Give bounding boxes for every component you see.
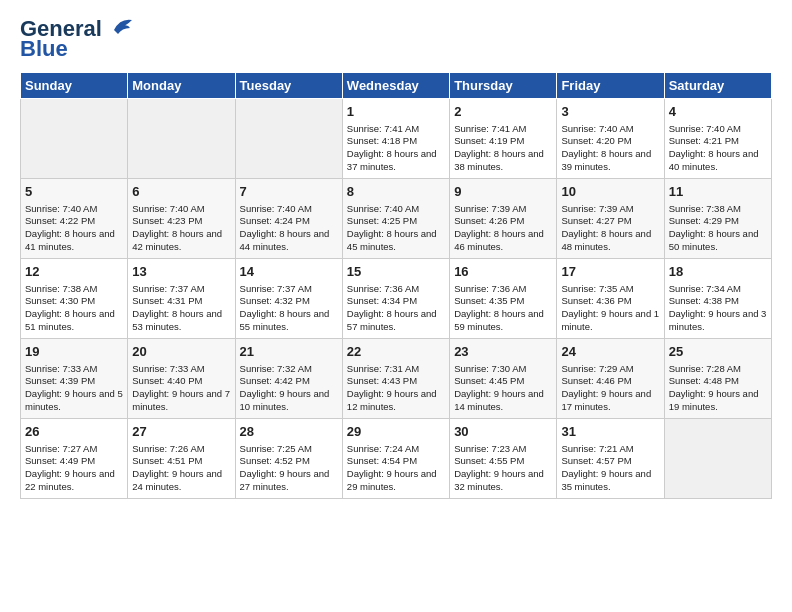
- calendar-cell: 9Sunrise: 7:39 AMSunset: 4:26 PMDaylight…: [450, 179, 557, 259]
- calendar-table: SundayMondayTuesdayWednesdayThursdayFrid…: [20, 72, 772, 499]
- calendar-cell: 23Sunrise: 7:30 AMSunset: 4:45 PMDayligh…: [450, 339, 557, 419]
- page: General Blue SundayMondayTuesdayWednesda…: [0, 0, 792, 612]
- week-row-2: 5Sunrise: 7:40 AMSunset: 4:22 PMDaylight…: [21, 179, 772, 259]
- calendar-cell: 13Sunrise: 7:37 AMSunset: 4:31 PMDayligh…: [128, 259, 235, 339]
- day-number: 13: [132, 263, 230, 281]
- calendar-cell: 31Sunrise: 7:21 AMSunset: 4:57 PMDayligh…: [557, 419, 664, 499]
- logo-blue: Blue: [20, 36, 68, 62]
- logo-bird-icon: [104, 16, 136, 38]
- calendar-cell: 16Sunrise: 7:36 AMSunset: 4:35 PMDayligh…: [450, 259, 557, 339]
- day-number: 15: [347, 263, 445, 281]
- calendar-cell: 28Sunrise: 7:25 AMSunset: 4:52 PMDayligh…: [235, 419, 342, 499]
- header: General Blue: [20, 16, 772, 62]
- day-info: Sunrise: 7:41 AMSunset: 4:19 PMDaylight:…: [454, 123, 544, 172]
- day-number: 26: [25, 423, 123, 441]
- day-info: Sunrise: 7:33 AMSunset: 4:40 PMDaylight:…: [132, 363, 230, 412]
- day-number: 21: [240, 343, 338, 361]
- day-number: 18: [669, 263, 767, 281]
- day-number: 19: [25, 343, 123, 361]
- day-number: 31: [561, 423, 659, 441]
- calendar-cell: 8Sunrise: 7:40 AMSunset: 4:25 PMDaylight…: [342, 179, 449, 259]
- day-number: 11: [669, 183, 767, 201]
- day-number: 25: [669, 343, 767, 361]
- weekday-header-sunday: Sunday: [21, 73, 128, 99]
- day-number: 5: [25, 183, 123, 201]
- day-info: Sunrise: 7:21 AMSunset: 4:57 PMDaylight:…: [561, 443, 651, 492]
- day-info: Sunrise: 7:40 AMSunset: 4:25 PMDaylight:…: [347, 203, 437, 252]
- day-info: Sunrise: 7:23 AMSunset: 4:55 PMDaylight:…: [454, 443, 544, 492]
- calendar-cell: 4Sunrise: 7:40 AMSunset: 4:21 PMDaylight…: [664, 99, 771, 179]
- day-info: Sunrise: 7:38 AMSunset: 4:29 PMDaylight:…: [669, 203, 759, 252]
- calendar-cell: 29Sunrise: 7:24 AMSunset: 4:54 PMDayligh…: [342, 419, 449, 499]
- day-info: Sunrise: 7:26 AMSunset: 4:51 PMDaylight:…: [132, 443, 222, 492]
- calendar-cell: 5Sunrise: 7:40 AMSunset: 4:22 PMDaylight…: [21, 179, 128, 259]
- day-info: Sunrise: 7:31 AMSunset: 4:43 PMDaylight:…: [347, 363, 437, 412]
- day-info: Sunrise: 7:37 AMSunset: 4:31 PMDaylight:…: [132, 283, 222, 332]
- day-info: Sunrise: 7:30 AMSunset: 4:45 PMDaylight:…: [454, 363, 544, 412]
- calendar-cell: 19Sunrise: 7:33 AMSunset: 4:39 PMDayligh…: [21, 339, 128, 419]
- weekday-header-friday: Friday: [557, 73, 664, 99]
- day-info: Sunrise: 7:39 AMSunset: 4:26 PMDaylight:…: [454, 203, 544, 252]
- day-info: Sunrise: 7:40 AMSunset: 4:21 PMDaylight:…: [669, 123, 759, 172]
- week-row-1: 1Sunrise: 7:41 AMSunset: 4:18 PMDaylight…: [21, 99, 772, 179]
- day-info: Sunrise: 7:38 AMSunset: 4:30 PMDaylight:…: [25, 283, 115, 332]
- day-number: 16: [454, 263, 552, 281]
- day-info: Sunrise: 7:25 AMSunset: 4:52 PMDaylight:…: [240, 443, 330, 492]
- day-number: 10: [561, 183, 659, 201]
- calendar-cell: 18Sunrise: 7:34 AMSunset: 4:38 PMDayligh…: [664, 259, 771, 339]
- day-number: 29: [347, 423, 445, 441]
- day-number: 1: [347, 103, 445, 121]
- calendar-cell: [235, 99, 342, 179]
- day-info: Sunrise: 7:39 AMSunset: 4:27 PMDaylight:…: [561, 203, 651, 252]
- day-info: Sunrise: 7:29 AMSunset: 4:46 PMDaylight:…: [561, 363, 651, 412]
- calendar-cell: 1Sunrise: 7:41 AMSunset: 4:18 PMDaylight…: [342, 99, 449, 179]
- calendar-cell: 14Sunrise: 7:37 AMSunset: 4:32 PMDayligh…: [235, 259, 342, 339]
- day-info: Sunrise: 7:40 AMSunset: 4:22 PMDaylight:…: [25, 203, 115, 252]
- day-number: 4: [669, 103, 767, 121]
- calendar-cell: 15Sunrise: 7:36 AMSunset: 4:34 PMDayligh…: [342, 259, 449, 339]
- day-info: Sunrise: 7:33 AMSunset: 4:39 PMDaylight:…: [25, 363, 123, 412]
- calendar-cell: [664, 419, 771, 499]
- logo: General Blue: [20, 16, 136, 62]
- calendar-cell: 21Sunrise: 7:32 AMSunset: 4:42 PMDayligh…: [235, 339, 342, 419]
- day-number: 7: [240, 183, 338, 201]
- day-number: 20: [132, 343, 230, 361]
- calendar-cell: 12Sunrise: 7:38 AMSunset: 4:30 PMDayligh…: [21, 259, 128, 339]
- calendar-cell: 26Sunrise: 7:27 AMSunset: 4:49 PMDayligh…: [21, 419, 128, 499]
- day-number: 22: [347, 343, 445, 361]
- day-number: 24: [561, 343, 659, 361]
- day-info: Sunrise: 7:40 AMSunset: 4:20 PMDaylight:…: [561, 123, 651, 172]
- day-info: Sunrise: 7:24 AMSunset: 4:54 PMDaylight:…: [347, 443, 437, 492]
- weekday-header-wednesday: Wednesday: [342, 73, 449, 99]
- weekday-header-thursday: Thursday: [450, 73, 557, 99]
- calendar-cell: 10Sunrise: 7:39 AMSunset: 4:27 PMDayligh…: [557, 179, 664, 259]
- day-info: Sunrise: 7:35 AMSunset: 4:36 PMDaylight:…: [561, 283, 659, 332]
- day-number: 9: [454, 183, 552, 201]
- calendar-cell: [21, 99, 128, 179]
- calendar-cell: 30Sunrise: 7:23 AMSunset: 4:55 PMDayligh…: [450, 419, 557, 499]
- calendar-cell: 17Sunrise: 7:35 AMSunset: 4:36 PMDayligh…: [557, 259, 664, 339]
- calendar-cell: 24Sunrise: 7:29 AMSunset: 4:46 PMDayligh…: [557, 339, 664, 419]
- calendar-cell: 25Sunrise: 7:28 AMSunset: 4:48 PMDayligh…: [664, 339, 771, 419]
- day-number: 23: [454, 343, 552, 361]
- day-number: 17: [561, 263, 659, 281]
- calendar-cell: 11Sunrise: 7:38 AMSunset: 4:29 PMDayligh…: [664, 179, 771, 259]
- day-info: Sunrise: 7:37 AMSunset: 4:32 PMDaylight:…: [240, 283, 330, 332]
- day-number: 27: [132, 423, 230, 441]
- calendar-cell: [128, 99, 235, 179]
- day-info: Sunrise: 7:40 AMSunset: 4:23 PMDaylight:…: [132, 203, 222, 252]
- week-row-4: 19Sunrise: 7:33 AMSunset: 4:39 PMDayligh…: [21, 339, 772, 419]
- day-info: Sunrise: 7:41 AMSunset: 4:18 PMDaylight:…: [347, 123, 437, 172]
- calendar-cell: 6Sunrise: 7:40 AMSunset: 4:23 PMDaylight…: [128, 179, 235, 259]
- day-info: Sunrise: 7:40 AMSunset: 4:24 PMDaylight:…: [240, 203, 330, 252]
- weekday-header-saturday: Saturday: [664, 73, 771, 99]
- day-info: Sunrise: 7:36 AMSunset: 4:35 PMDaylight:…: [454, 283, 544, 332]
- day-number: 30: [454, 423, 552, 441]
- week-row-5: 26Sunrise: 7:27 AMSunset: 4:49 PMDayligh…: [21, 419, 772, 499]
- day-number: 12: [25, 263, 123, 281]
- calendar-header-row: SundayMondayTuesdayWednesdayThursdayFrid…: [21, 73, 772, 99]
- day-number: 6: [132, 183, 230, 201]
- day-number: 14: [240, 263, 338, 281]
- day-info: Sunrise: 7:27 AMSunset: 4:49 PMDaylight:…: [25, 443, 115, 492]
- day-info: Sunrise: 7:32 AMSunset: 4:42 PMDaylight:…: [240, 363, 330, 412]
